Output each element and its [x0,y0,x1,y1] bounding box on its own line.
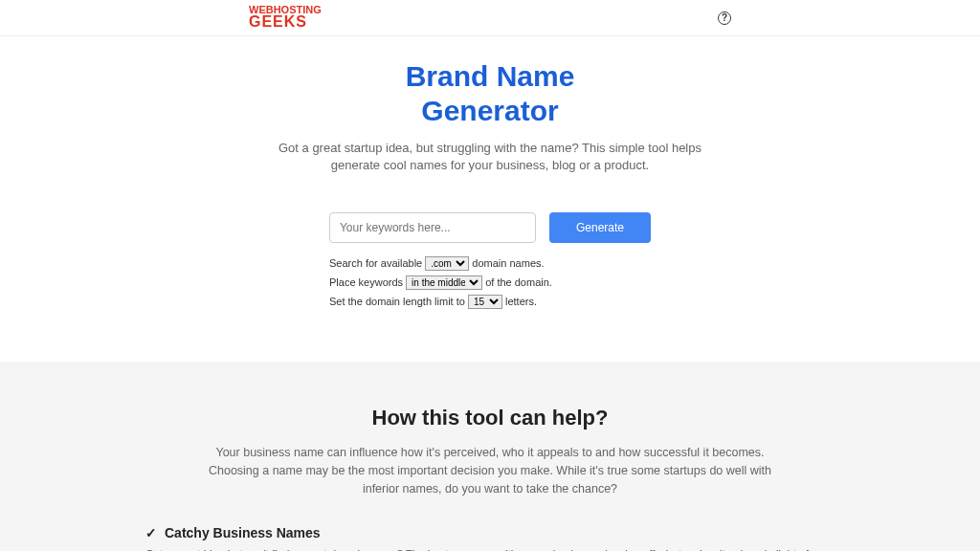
tld-post-text: domain names. [472,257,544,269]
options-panel: Search for available .com domain names. … [329,256,651,309]
help-icon[interactable]: ? [718,11,731,25]
tld-option-line: Search for available .com domain names. [329,256,651,271]
placement-pre-text: Place keywords [329,276,406,288]
how-inner: How this tool can help? Your business na… [136,406,844,551]
placement-post-text: of the domain. [485,276,552,288]
how-section: How this tool can help? Your business na… [0,362,980,551]
feature-title: Catchy Business Names [145,525,835,540]
feature-item: Catchy Business Names Got a great idea b… [136,525,844,551]
generate-button[interactable]: Generate [549,212,651,243]
how-description: Your business name can influence how it'… [193,444,787,497]
feature-body: Got a great idea but can't find a great … [145,546,835,551]
header: WEBHOSTING GEEKS ? [0,0,980,36]
generator-form: Generate [0,212,980,243]
tld-pre-text: Search for available [329,257,425,269]
title-line-1: Brand Name [406,60,575,92]
tld-select[interactable]: .com [425,256,469,271]
how-title: How this tool can help? [136,406,844,430]
page-title: Brand Name Generator [0,59,980,128]
length-option-line: Set the domain length limit to 15 letter… [329,295,651,309]
logo-line-2: GEEKS [249,15,322,29]
placement-select[interactable]: in the middle [406,276,482,290]
length-select[interactable]: 15 [468,295,502,309]
logo[interactable]: WEBHOSTING GEEKS [249,6,322,29]
keywords-input[interactable] [329,212,536,243]
hero-section: Brand Name Generator Got a great startup… [0,36,980,362]
length-pre-text: Set the domain length limit to [329,296,468,307]
page-subtitle: Got a great startup idea, but struggling… [270,140,710,174]
title-line-2: Generator [421,95,558,126]
placement-option-line: Place keywords in the middle of the doma… [329,276,651,290]
length-post-text: letters. [505,296,537,307]
